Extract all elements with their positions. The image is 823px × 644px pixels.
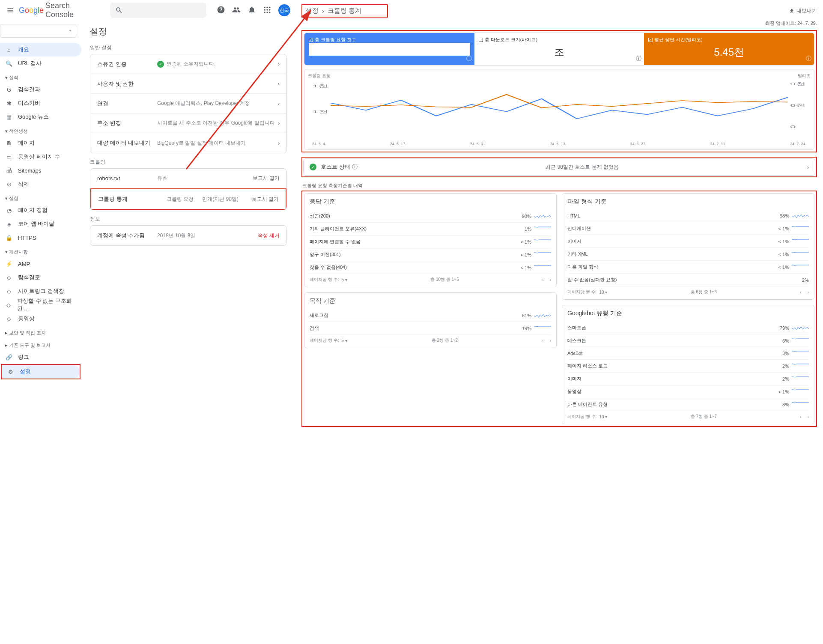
breakdown-row[interactable]: 기타 XML< 1% [567, 248, 809, 261]
breakdown-row[interactable]: 성공(200)98% [310, 210, 551, 223]
breakdown-row[interactable]: 검색19% [310, 322, 551, 335]
sidebar-group-performance[interactable]: ▾ 실적 [0, 70, 81, 83]
help-icon[interactable]: ⓘ [806, 55, 811, 63]
prev-page-icon[interactable]: ‹ [542, 338, 543, 343]
row-bulk-export[interactable]: 대량 데이터 내보내기 BigQuery로 일일 실적 데이터 내보내기 › [90, 133, 286, 153]
next-page-icon[interactable]: › [550, 277, 551, 282]
card-footer: 페이지당 행 수:10 ▾총 7행 중 1~7‹› [567, 411, 809, 420]
sidebar-item-page-experience[interactable]: ◔페이지 경험 [0, 203, 81, 217]
sidebar-group-security[interactable]: ▸ 보안 및 직접 조치 [0, 325, 81, 338]
next-page-icon[interactable]: › [808, 290, 809, 295]
breakdown-row[interactable]: 다른 에이전트 유형8% [567, 398, 809, 411]
rows-per-page[interactable]: 10 ▾ [599, 414, 607, 419]
next-page-icon[interactable]: › [808, 414, 809, 419]
remove-icon: ⊘ [5, 180, 13, 188]
rows-per-page[interactable]: 10 ▾ [599, 290, 607, 295]
remove-property-link[interactable]: 속성 제거 [258, 232, 280, 239]
sidebar-item-breadcrumbs[interactable]: ◇탐색경로 [0, 271, 81, 284]
sidebar-item-amp[interactable]: ⚡AMP [0, 257, 81, 271]
breakdown-row[interactable]: 기타 클라이언트 오류(4XX)1% [310, 223, 551, 236]
metric-avg-response[interactable]: 평균 응답 시간(밀리초) 5.45천 ⓘ [644, 33, 814, 65]
sidebar-item-videos[interactable]: ◇동영상 [0, 312, 81, 325]
svg-text:9천: 9천 [790, 82, 806, 86]
sidebar-group-legacy[interactable]: ▸ 기존 도구 및 보고서 [0, 338, 81, 350]
sidebar-item-sitelinks-search[interactable]: ◇사이트링크 검색창 [0, 284, 81, 298]
metric-download-size[interactable]: 총 다운로드 크기(바이트) 조 ⓘ [474, 33, 644, 65]
host-status-row[interactable]: ✓ 호스트 상태 ⓘ 최근 90일간 호스트 문제 없었음 › [303, 158, 815, 176]
breakdown-row[interactable]: 스마트폰79% [567, 322, 809, 334]
property-selector[interactable] [0, 24, 76, 38]
sidebar-item-links[interactable]: 🔗링크 [0, 350, 81, 364]
sidebar-item-https[interactable]: 🔒HTTPS [0, 231, 81, 244]
row-address-change[interactable]: 주소 변경 사이트를 새 주소로 이전한 경우 Google에 알립니다 › [90, 113, 286, 133]
row-property-added: 계정에 속성 추가됨 2018년 10월 8일 속성 제거 [90, 226, 286, 245]
chevron-right-icon: › [278, 120, 280, 126]
export-button[interactable]: 내보내기 [789, 7, 817, 15]
search-bar[interactable] [110, 3, 206, 18]
sidebar-item-unparseable[interactable]: ◇파싱할 수 없는 구조화된 ... [0, 298, 81, 312]
card-response: 응답 기준성공(200)98%기타 클라이언트 오류(4XX)1%페이지에 연결… [304, 193, 557, 287]
rows-per-page[interactable]: 5 ▾ [341, 277, 347, 282]
breakdown-row[interactable]: HTML98% [567, 210, 809, 222]
sidebar-item-core-web-vitals[interactable]: ◈코어 웹 바이탈 [0, 217, 81, 231]
breakdown-row[interactable]: 영구 이전(301)< 1% [310, 248, 551, 261]
sidebar-item-google-news[interactable]: ▦Google 뉴스 [0, 110, 81, 124]
rows-per-page[interactable]: 5 ▾ [341, 338, 347, 343]
sidebar-item-overview[interactable]: ⌂개요 [0, 43, 81, 57]
svg-point-2 [269, 6, 270, 8]
sidebar-item-sitemaps[interactable]: 品Sitemaps [0, 164, 81, 177]
breakdown-row[interactable]: 신디케이션< 1% [567, 222, 809, 235]
breakdown-row[interactable]: 페이지에 연결할 수 없음< 1% [310, 236, 551, 248]
row-ownership[interactable]: 소유권 인증 ✓인증된 소유자입니다. › [90, 54, 286, 74]
row-users[interactable]: 사용자 및 권한 › [90, 74, 286, 94]
sidebar-item-pages[interactable]: 🗎페이지 [0, 136, 81, 150]
sidebar-item-discover[interactable]: ✱디스커버 [0, 96, 81, 110]
prev-page-icon[interactable]: ‹ [800, 290, 801, 295]
bc-settings[interactable]: 설정 [306, 7, 319, 15]
chevron-right-icon: › [278, 61, 280, 67]
breakdown-row[interactable]: AdsBot3% [567, 347, 809, 360]
search-input[interactable] [126, 7, 201, 14]
hamburger-icon[interactable] [5, 5, 15, 15]
row-associations[interactable]: 연결 Google 애널리틱스, Play Developer 계정 › [90, 94, 286, 113]
dropdown-icon [68, 29, 72, 33]
breakdown-row[interactable]: 새로고침81% [310, 309, 551, 322]
breakdown-row[interactable]: 이미지< 1% [567, 235, 809, 248]
breakdown-row[interactable]: 이미지2% [567, 373, 809, 385]
section-crawling: 크롤링 [90, 158, 287, 166]
breakdown-row[interactable]: 데스크톱6% [567, 334, 809, 347]
row-robots[interactable]: robots.txt 유효 보고서 열기 [90, 169, 286, 188]
sidebar-item-settings[interactable]: ⚙설정 [2, 365, 80, 379]
people-icon[interactable] [232, 6, 241, 15]
svg-text:1천: 1천 [313, 110, 328, 114]
sidebar-item-url-inspect[interactable]: 🔍URL 검사 [0, 57, 81, 70]
breakdown-row-extra: 알 수 없음(실패한 요청)2% [567, 274, 809, 286]
metric-total-requests[interactable]: 총 크롤링 요청 횟수 ⓘ [304, 33, 474, 65]
breakdown-row[interactable]: 페이지 리소스 로드2% [567, 360, 809, 373]
sidebar-group-experience[interactable]: ▾ 실험 [0, 191, 81, 203]
prev-page-icon[interactable]: ‹ [542, 277, 543, 282]
metrics-row: 총 크롤링 요청 횟수 ⓘ 총 다운로드 크기(바이트) 조 ⓘ 평균 응답 시… [304, 33, 814, 66]
sidebar-group-enhancements[interactable]: ▾ 개선사항 [0, 244, 81, 257]
account-avatar[interactable]: 한국 [278, 4, 290, 16]
help-icon[interactable]: ⓘ [636, 55, 641, 63]
sidebar-group-indexing[interactable]: ▾ 색인생성 [0, 124, 81, 136]
breakdown-row[interactable]: 동영상< 1% [567, 385, 809, 398]
home-icon: ⌂ [5, 46, 13, 54]
breakdown-row[interactable]: 찾을 수 없음(404)< 1% [310, 261, 551, 274]
sidebar-item-video-pages[interactable]: ▭동영상 페이지 수 [0, 150, 81, 164]
help-icon[interactable]: ⓘ [466, 55, 472, 63]
next-page-icon[interactable]: › [550, 338, 551, 343]
notifications-icon[interactable] [247, 6, 256, 15]
sidebar-item-removals[interactable]: ⊘삭제 [0, 177, 81, 191]
apps-icon[interactable] [263, 6, 271, 15]
row-crawl-stats[interactable]: 크롤링 통계 크롤링 요청 만개(지난 90일) 보고서 열기 [91, 189, 286, 209]
prev-page-icon[interactable]: ‹ [800, 414, 801, 419]
help-icon[interactable] [217, 6, 225, 15]
help-icon[interactable]: ⓘ [352, 163, 358, 171]
gauge-icon: ◔ [5, 206, 13, 214]
check-icon: ✓ [157, 61, 164, 68]
breakdown-row[interactable]: 다른 파일 형식< 1% [567, 261, 809, 274]
sidebar-item-search-results[interactable]: G검색결과 [0, 83, 81, 96]
gear-icon: ⚙ [7, 368, 15, 376]
